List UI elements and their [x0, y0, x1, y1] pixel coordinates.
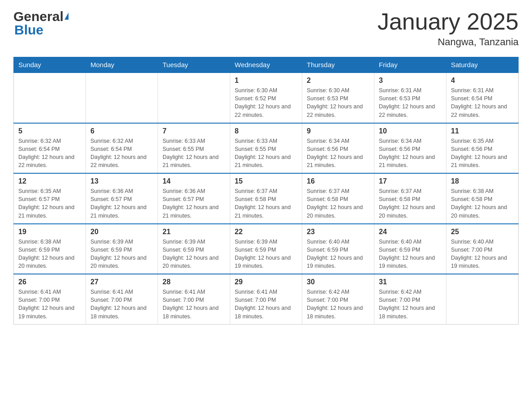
day-number: 7 [163, 127, 225, 135]
logo-arrow-icon [64, 13, 69, 20]
day-info: Sunrise: 6:35 AM Sunset: 6:56 PM Dayligh… [451, 137, 514, 170]
day-info: Sunrise: 6:31 AM Sunset: 6:53 PM Dayligh… [379, 86, 442, 119]
day-info: Sunrise: 6:34 AM Sunset: 6:56 PM Dayligh… [379, 137, 442, 170]
day-info: Sunrise: 6:31 AM Sunset: 6:54 PM Dayligh… [451, 86, 514, 119]
day-info: Sunrise: 6:32 AM Sunset: 6:54 PM Dayligh… [90, 137, 153, 170]
day-info: Sunrise: 6:39 AM Sunset: 6:59 PM Dayligh… [90, 238, 153, 270]
calendar-cell: 1Sunrise: 6:30 AM Sunset: 6:52 PM Daylig… [230, 73, 302, 123]
weekday-header-wednesday: Wednesday [230, 57, 302, 73]
calendar-cell [446, 274, 519, 324]
day-number: 19 [18, 228, 81, 236]
calendar-cell: 13Sunrise: 6:36 AM Sunset: 6:57 PM Dayli… [86, 173, 158, 224]
day-number: 2 [307, 77, 369, 85]
day-number: 22 [235, 228, 297, 236]
title-block: January 2025 Nangwa, Tanzania [378, 9, 519, 48]
calendar-cell: 4Sunrise: 6:31 AM Sunset: 6:54 PM Daylig… [446, 73, 519, 123]
day-number: 9 [307, 127, 369, 135]
day-number: 17 [379, 177, 442, 185]
day-info: Sunrise: 6:30 AM Sunset: 6:52 PM Dayligh… [235, 86, 297, 119]
calendar-cell: 20Sunrise: 6:39 AM Sunset: 6:59 PM Dayli… [86, 224, 158, 274]
calendar-cell: 11Sunrise: 6:35 AM Sunset: 6:56 PM Dayli… [446, 123, 519, 174]
calendar-week-row: 26Sunrise: 6:41 AM Sunset: 7:00 PM Dayli… [14, 274, 519, 324]
calendar-cell: 17Sunrise: 6:37 AM Sunset: 6:58 PM Dayli… [374, 173, 446, 224]
calendar-cell: 9Sunrise: 6:34 AM Sunset: 6:56 PM Daylig… [302, 123, 374, 174]
day-number: 14 [163, 177, 225, 185]
calendar-cell: 8Sunrise: 6:33 AM Sunset: 6:55 PM Daylig… [230, 123, 302, 174]
day-number: 1 [235, 77, 297, 85]
page-header: General Blue January 2025 Nangwa, Tanzan… [13, 9, 519, 48]
day-number: 13 [90, 177, 153, 185]
calendar-cell: 26Sunrise: 6:41 AM Sunset: 7:00 PM Dayli… [14, 274, 86, 324]
day-number: 26 [18, 278, 81, 286]
calendar-cell: 31Sunrise: 6:42 AM Sunset: 7:00 PM Dayli… [374, 274, 446, 324]
day-info: Sunrise: 6:37 AM Sunset: 6:58 PM Dayligh… [379, 187, 442, 220]
weekday-header-friday: Friday [374, 57, 446, 73]
location: Nangwa, Tanzania [378, 36, 519, 48]
day-number: 4 [451, 77, 514, 85]
day-number: 12 [18, 177, 81, 185]
calendar-week-row: 12Sunrise: 6:35 AM Sunset: 6:57 PM Dayli… [14, 173, 519, 224]
calendar-cell [158, 73, 230, 123]
calendar-cell: 15Sunrise: 6:37 AM Sunset: 6:58 PM Dayli… [230, 173, 302, 224]
day-info: Sunrise: 6:36 AM Sunset: 6:57 PM Dayligh… [163, 187, 225, 220]
day-info: Sunrise: 6:42 AM Sunset: 7:00 PM Dayligh… [307, 288, 369, 321]
day-number: 30 [307, 278, 369, 286]
day-info: Sunrise: 6:40 AM Sunset: 6:59 PM Dayligh… [379, 238, 442, 270]
day-info: Sunrise: 6:35 AM Sunset: 6:57 PM Dayligh… [18, 187, 81, 220]
day-info: Sunrise: 6:33 AM Sunset: 6:55 PM Dayligh… [163, 137, 225, 170]
calendar-cell: 18Sunrise: 6:38 AM Sunset: 6:58 PM Dayli… [446, 173, 519, 224]
calendar-cell: 30Sunrise: 6:42 AM Sunset: 7:00 PM Dayli… [302, 274, 374, 324]
calendar-cell: 22Sunrise: 6:39 AM Sunset: 6:59 PM Dayli… [230, 224, 302, 274]
month-title: January 2025 [378, 9, 519, 34]
weekday-header-thursday: Thursday [302, 57, 374, 73]
day-number: 27 [90, 278, 153, 286]
weekday-header-saturday: Saturday [446, 57, 519, 73]
weekday-header-tuesday: Tuesday [158, 57, 230, 73]
calendar-table: SundayMondayTuesdayWednesdayThursdayFrid… [13, 57, 519, 325]
day-number: 20 [90, 228, 153, 236]
calendar-cell: 14Sunrise: 6:36 AM Sunset: 6:57 PM Dayli… [158, 173, 230, 224]
calendar-cell: 5Sunrise: 6:32 AM Sunset: 6:54 PM Daylig… [14, 123, 86, 174]
day-info: Sunrise: 6:41 AM Sunset: 7:00 PM Dayligh… [163, 288, 225, 321]
day-number: 31 [379, 278, 442, 286]
calendar-cell: 2Sunrise: 6:30 AM Sunset: 6:53 PM Daylig… [302, 73, 374, 123]
day-info: Sunrise: 6:40 AM Sunset: 7:00 PM Dayligh… [451, 238, 514, 270]
calendar-cell: 27Sunrise: 6:41 AM Sunset: 7:00 PM Dayli… [86, 274, 158, 324]
calendar-cell: 28Sunrise: 6:41 AM Sunset: 7:00 PM Dayli… [158, 274, 230, 324]
day-info: Sunrise: 6:37 AM Sunset: 6:58 PM Dayligh… [307, 187, 369, 220]
day-number: 28 [163, 278, 225, 286]
day-number: 11 [451, 127, 514, 135]
day-number: 6 [90, 127, 153, 135]
day-number: 25 [451, 228, 514, 236]
day-info: Sunrise: 6:36 AM Sunset: 6:57 PM Dayligh… [90, 187, 153, 220]
calendar-cell: 24Sunrise: 6:40 AM Sunset: 6:59 PM Dayli… [374, 224, 446, 274]
calendar-cell: 10Sunrise: 6:34 AM Sunset: 6:56 PM Dayli… [374, 123, 446, 174]
day-number: 3 [379, 77, 442, 85]
day-info: Sunrise: 6:40 AM Sunset: 6:59 PM Dayligh… [307, 238, 369, 270]
day-info: Sunrise: 6:41 AM Sunset: 7:00 PM Dayligh… [235, 288, 297, 321]
day-info: Sunrise: 6:39 AM Sunset: 6:59 PM Dayligh… [163, 238, 225, 270]
day-info: Sunrise: 6:38 AM Sunset: 6:58 PM Dayligh… [451, 187, 514, 220]
logo-blue-text: Blue [13, 22, 69, 38]
calendar-cell [14, 73, 86, 123]
day-number: 10 [379, 127, 442, 135]
day-info: Sunrise: 6:38 AM Sunset: 6:59 PM Dayligh… [18, 238, 81, 270]
calendar-cell: 23Sunrise: 6:40 AM Sunset: 6:59 PM Dayli… [302, 224, 374, 274]
calendar-week-row: 5Sunrise: 6:32 AM Sunset: 6:54 PM Daylig… [14, 123, 519, 174]
day-info: Sunrise: 6:34 AM Sunset: 6:56 PM Dayligh… [307, 137, 369, 170]
day-number: 29 [235, 278, 297, 286]
day-number: 15 [235, 177, 297, 185]
calendar-cell: 3Sunrise: 6:31 AM Sunset: 6:53 PM Daylig… [374, 73, 446, 123]
day-info: Sunrise: 6:32 AM Sunset: 6:54 PM Dayligh… [18, 137, 81, 170]
calendar-cell: 21Sunrise: 6:39 AM Sunset: 6:59 PM Dayli… [158, 224, 230, 274]
calendar-cell: 29Sunrise: 6:41 AM Sunset: 7:00 PM Dayli… [230, 274, 302, 324]
day-number: 16 [307, 177, 369, 185]
day-number: 24 [379, 228, 442, 236]
logo: General Blue [13, 9, 69, 38]
weekday-header-row: SundayMondayTuesdayWednesdayThursdayFrid… [14, 57, 519, 73]
calendar-week-row: 19Sunrise: 6:38 AM Sunset: 6:59 PM Dayli… [14, 224, 519, 274]
calendar-week-row: 1Sunrise: 6:30 AM Sunset: 6:52 PM Daylig… [14, 73, 519, 123]
day-number: 23 [307, 228, 369, 236]
day-info: Sunrise: 6:37 AM Sunset: 6:58 PM Dayligh… [235, 187, 297, 220]
day-number: 5 [18, 127, 81, 135]
